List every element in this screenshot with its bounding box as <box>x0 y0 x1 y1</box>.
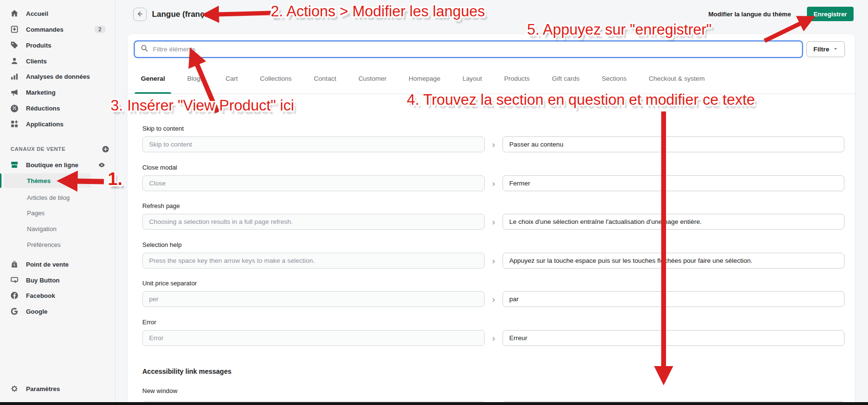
edit-theme-language-link[interactable]: Modifier la langue du thème <box>708 11 791 18</box>
field-label: Refresh page <box>142 202 844 209</box>
sidebar-item-label: Produits <box>26 42 51 49</box>
sidebar-item-label: Thèmes <box>27 177 50 184</box>
source-text-input[interactable] <box>142 136 485 152</box>
translation-input[interactable] <box>503 175 844 191</box>
translation-input[interactable] <box>503 330 844 346</box>
page-title: Langue (français) <box>152 10 218 19</box>
source-text-input[interactable] <box>142 253 485 269</box>
sidebar-item-label: Pages <box>27 209 45 217</box>
tab-contact[interactable]: Contact <box>314 63 337 94</box>
sidebar-item-buy-button[interactable]: Buy Button <box>6 273 110 287</box>
translation-input[interactable] <box>503 214 844 230</box>
sidebar-item-commandes[interactable]: Commandes 2 <box>6 22 110 37</box>
sidebar-item-facebook[interactable]: Facebook <box>6 288 110 303</box>
field-label-new-window: New window <box>142 387 177 394</box>
annotation-step-2: 2. Actions > Modifier les langues <box>271 3 485 20</box>
sales-channels-header: CANAUX DE VENTE <box>11 144 110 154</box>
facebook-icon <box>10 291 19 300</box>
filter-search-box <box>134 40 803 58</box>
translation-input[interactable] <box>503 291 844 307</box>
sidebar-item-label: Point de vente <box>26 261 69 268</box>
sidebar-item-label: Google <box>26 308 48 315</box>
orders-icon <box>10 25 19 34</box>
field-label: Unit price separator <box>142 280 844 287</box>
eye-icon[interactable] <box>98 161 106 169</box>
google-icon <box>10 307 19 316</box>
home-icon <box>10 9 19 18</box>
pos-bag-icon <box>10 259 19 269</box>
sidebar-item-google[interactable]: Google <box>6 304 110 319</box>
sidebar-item-analyses[interactable]: Analyses de données <box>6 69 110 84</box>
tag-icon <box>10 40 19 50</box>
field-row-error: Error › <box>142 319 844 346</box>
source-text-input[interactable] <box>142 214 485 230</box>
sidebar-item-pages[interactable]: Pages <box>4 206 91 220</box>
tab-blogs[interactable]: Blogs <box>187 63 203 94</box>
field-row-unit-price-separator: Unit price separator › <box>142 280 844 307</box>
apps-icon <box>10 119 19 129</box>
sidebar-item-marketing[interactable]: Marketing <box>6 85 110 99</box>
back-button[interactable] <box>133 8 147 21</box>
section-heading-accessibility: Accessibility link messages <box>142 368 231 375</box>
source-text-input[interactable] <box>142 330 485 346</box>
tab-gift-cards[interactable]: Gift cards <box>552 63 580 94</box>
field-label: Selection help <box>142 241 844 248</box>
language-tabs: General Blogs Cart Collections Contact C… <box>127 63 855 94</box>
sidebar-item-label: Accueil <box>26 10 48 17</box>
language-editor-card: Filtre General Blogs Cart Collections Co… <box>127 34 855 405</box>
tab-customer[interactable]: Customer <box>358 63 387 94</box>
tab-layout[interactable]: Layout <box>463 63 482 94</box>
add-sales-channel-button[interactable] <box>101 145 110 153</box>
search-icon <box>140 44 149 54</box>
field-row-refresh-page: Refresh page › <box>142 202 844 230</box>
sidebar-item-articles-de-blog[interactable]: Articles de blog <box>4 190 91 205</box>
translation-input[interactable] <box>503 136 844 152</box>
sidebar-item-label: Boutique en ligne <box>26 161 78 169</box>
tab-products[interactable]: Products <box>504 63 529 94</box>
annotation-arrow-to-title <box>216 13 271 14</box>
sidebar-item-produits[interactable]: Produits <box>6 38 110 52</box>
tab-sections[interactable]: Sections <box>602 63 627 94</box>
field-label: Close modal <box>142 164 844 171</box>
source-text-input[interactable] <box>142 291 485 307</box>
person-icon <box>10 56 19 66</box>
chevron-right-icon: › <box>485 253 503 269</box>
sidebar-item-boutique-en-ligne[interactable]: Boutique en ligne <box>6 158 110 172</box>
sidebar-item-reductions[interactable]: Réductions <box>6 101 110 115</box>
sidebar-item-preferences[interactable]: Préférences <box>4 237 91 252</box>
chevron-down-icon <box>833 46 838 53</box>
translation-input[interactable] <box>503 253 844 269</box>
sidebar-item-accueil[interactable]: Accueil <box>6 6 110 21</box>
tab-cart[interactable]: Cart <box>226 63 238 94</box>
sidebar-item-label: Applications <box>26 121 63 128</box>
field-label: Skip to content <box>142 125 844 132</box>
sidebar-item-navigation[interactable]: Navigation <box>4 221 91 236</box>
chevron-right-icon: › <box>485 136 503 152</box>
bottom-screen-edge <box>0 402 868 405</box>
tab-homepage[interactable]: Homepage <box>409 63 440 94</box>
buy-button-icon <box>10 275 19 285</box>
tab-collections[interactable]: Collections <box>260 63 292 94</box>
orders-count-badge: 2 <box>94 25 106 33</box>
discount-icon <box>10 103 19 113</box>
sidebar-item-label: Préférences <box>27 241 61 248</box>
chevron-right-icon: › <box>485 175 503 191</box>
sidebar-item-label: Clients <box>26 58 47 65</box>
chevron-right-icon: › <box>485 330 503 346</box>
sidebar-item-parametres[interactable]: Paramètres <box>6 381 110 396</box>
chevron-right-icon: › <box>485 291 503 307</box>
sidebar-item-label: Navigation <box>27 225 56 233</box>
sidebar-item-clients[interactable]: Clients <box>6 54 110 68</box>
search-input[interactable] <box>153 46 796 53</box>
tab-general[interactable]: General <box>141 63 165 94</box>
sidebar-item-point-de-vente[interactable]: Point de vente <box>6 257 110 271</box>
filter-dropdown-button[interactable]: Filtre <box>806 41 845 57</box>
source-text-input[interactable] <box>142 175 485 191</box>
sidebar-item-applications[interactable]: Applications <box>6 117 110 131</box>
sidebar-item-label: Réductions <box>26 105 60 112</box>
save-button[interactable]: Enregistrer <box>807 7 854 21</box>
sidebar-item-themes[interactable]: Thèmes <box>4 173 91 188</box>
sidebar-item-label: Buy Button <box>26 277 60 284</box>
online-store-icon <box>10 160 19 170</box>
tab-checkout-system[interactable]: Checkout & system <box>649 63 704 94</box>
